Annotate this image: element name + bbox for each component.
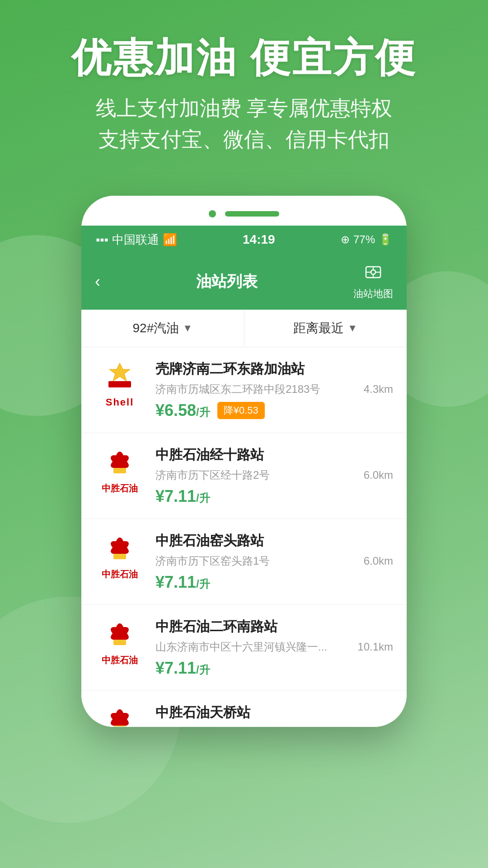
sub-title-line2: 支持支付宝、微信、信用卡代扣 <box>0 124 488 155</box>
phone-mockup: ▪▪▪ 中国联通 📶 14:19 ⊕ 77% 🔋 ‹ 油站列表 <box>81 196 407 727</box>
svg-point-1 <box>371 270 375 274</box>
station-name-1: 壳牌济南二环东路加油站 <box>155 360 393 378</box>
notch-speaker <box>225 211 279 217</box>
station-name-3: 中胜石油窑头路站 <box>155 532 393 550</box>
station-info-1: 壳牌济南二环东路加油站 济南市历城区东二环路中段2183号 4.3km ¥6.5… <box>155 360 393 420</box>
wifi-icon: 📶 <box>163 233 177 247</box>
station-price-3: ¥7.11/升 <box>155 573 210 592</box>
station-price-row-1: ¥6.58/升 降¥0.53 <box>155 401 393 420</box>
status-carrier: ▪▪▪ 中国联通 📶 <box>96 232 177 248</box>
battery-text: 77% <box>353 233 375 246</box>
nav-title: 油站列表 <box>196 271 258 292</box>
station-price-1: ¥6.58/升 <box>155 401 210 420</box>
status-right: ⊕ 77% 🔋 <box>341 233 392 246</box>
sort-filter[interactable]: 距离最近 ▼ <box>244 310 407 347</box>
map-button[interactable]: 油站地图 <box>353 263 393 301</box>
notch-dot <box>209 210 216 217</box>
station-address-5: 济南市... <box>155 726 393 727</box>
svg-rect-14 <box>113 468 126 473</box>
station-info-4: 中胜石油二环南路站 山东济南市中区十六里河镇兴隆一... 10.1km ¥7.1… <box>155 618 393 678</box>
station-price-row-3: ¥7.11/升 <box>155 573 393 592</box>
station-address-4: 山东济南市中区十六里河镇兴隆一... <box>155 640 353 654</box>
station-item-4[interactable]: 中胜石油 中胜石油二环南路站 山东济南市中区十六里河镇兴隆一... 10.1km… <box>81 605 407 691</box>
station-price-row-4: ¥7.11/升 <box>155 659 393 678</box>
phone-notch <box>81 196 407 217</box>
station-logo-shell: Shell <box>95 360 145 410</box>
station-address-row-3: 济南市历下区窑头路1号 6.0km <box>155 554 393 568</box>
battery-icon: 🔋 <box>379 233 392 246</box>
signal-icon: ▪▪▪ <box>96 233 108 247</box>
fuel-type-arrow: ▼ <box>183 322 192 334</box>
zhongsheng-brand-text-4: 中胜石油 <box>102 654 138 666</box>
station-price-2: ¥7.11/升 <box>155 487 210 506</box>
svg-marker-6 <box>109 363 130 381</box>
station-price-4: ¥7.11/升 <box>155 659 210 678</box>
sub-title-line1: 线上支付加油费 享专属优惠特权 <box>0 93 488 124</box>
station-address-row-4: 山东济南市中区十六里河镇兴隆一... 10.1km <box>155 640 393 654</box>
zhongsheng-brand-text-2: 中胜石油 <box>102 482 138 495</box>
station-logo-zhongsheng-3: 中胜石油 <box>95 532 145 581</box>
zhongsheng-brand-text-3: 中胜石油 <box>102 568 138 580</box>
shell-brand-text: Shell <box>106 396 134 408</box>
station-info-3: 中胜石油窑头路站 济南市历下区窑头路1号 6.0km ¥7.11/升 <box>155 532 393 592</box>
back-button[interactable]: ‹ <box>95 272 100 291</box>
station-logo-zhongsheng-4: 中胜石油 <box>95 618 145 667</box>
status-bar: ▪▪▪ 中国联通 📶 14:19 ⊕ 77% 🔋 <box>81 226 407 254</box>
station-distance-2: 6.0km <box>364 469 393 481</box>
station-address-1: 济南市历城区东二环路中段2183号 <box>155 382 359 396</box>
station-item-3[interactable]: 中胜石油 中胜石油窑头路站 济南市历下区窑头路1号 6.0km ¥7.11/升 <box>81 519 407 605</box>
station-price-row-2: ¥7.11/升 <box>155 487 393 506</box>
station-logo-zhongsheng-5: 中胜石油 <box>95 703 145 727</box>
map-icon <box>364 263 382 285</box>
filter-bar: 92#汽油 ▼ 距离最近 ▼ <box>81 310 407 347</box>
station-address-3: 济南市历下区窑头路1号 <box>155 554 359 568</box>
status-time: 14:19 <box>243 232 275 247</box>
station-address-row-2: 济南市历下区经十路2号 6.0km <box>155 468 393 482</box>
main-title: 优惠加油 便宜方便 <box>0 36 488 80</box>
station-distance-1: 4.3km <box>364 383 393 396</box>
svg-rect-35 <box>113 726 126 727</box>
station-logo-zhongsheng-2: 中胜石油 <box>95 446 145 495</box>
station-item-2[interactable]: 中胜石油 中胜石油经十路站 济南市历下区经十路2号 6.0km ¥7.11/升 <box>81 433 407 519</box>
fuel-type-label: 92#汽油 <box>133 320 179 337</box>
station-address-2: 济南市历下区经十路2号 <box>155 468 359 482</box>
sort-label: 距离最近 <box>293 320 344 337</box>
discount-badge-1: 降¥0.53 <box>217 402 265 419</box>
map-label: 油站地图 <box>353 287 393 301</box>
svg-rect-7 <box>108 381 131 387</box>
station-name-5: 中胜石油天桥站 <box>155 703 393 722</box>
station-name-2: 中胜石油经十路站 <box>155 446 393 464</box>
fuel-type-filter[interactable]: 92#汽油 ▼ <box>81 310 244 347</box>
carrier-name: 中国联通 <box>112 232 159 248</box>
station-distance-4: 10.1km <box>357 641 393 653</box>
station-info-2: 中胜石油经十路站 济南市历下区经十路2号 6.0km ¥7.11/升 <box>155 446 393 506</box>
station-address-row-1: 济南市历城区东二环路中段2183号 4.3km <box>155 382 393 396</box>
station-list: Shell 壳牌济南二环东路加油站 济南市历城区东二环路中段2183号 4.3k… <box>81 347 407 727</box>
station-item-1[interactable]: Shell 壳牌济南二环东路加油站 济南市历城区东二环路中段2183号 4.3k… <box>81 347 407 433</box>
header-section: 优惠加油 便宜方便 线上支付加油费 享专属优惠特权 支持支付宝、微信、信用卡代扣 <box>0 0 488 173</box>
station-distance-3: 6.0km <box>364 555 393 567</box>
nav-bar: ‹ 油站列表 油站地图 <box>81 254 407 310</box>
station-item-5[interactable]: 中胜石油 中胜石油天桥站 济南市... <box>81 691 407 727</box>
sub-title: 线上支付加油费 享专属优惠特权 支持支付宝、微信、信用卡代扣 <box>0 93 488 155</box>
location-icon: ⊕ <box>341 233 350 246</box>
sort-arrow: ▼ <box>347 322 357 334</box>
svg-rect-21 <box>113 554 126 559</box>
station-address-row-5: 济南市... <box>155 726 393 727</box>
station-info-5: 中胜石油天桥站 济南市... <box>155 703 393 727</box>
station-name-4: 中胜石油二环南路站 <box>155 618 393 636</box>
svg-rect-28 <box>113 640 126 645</box>
